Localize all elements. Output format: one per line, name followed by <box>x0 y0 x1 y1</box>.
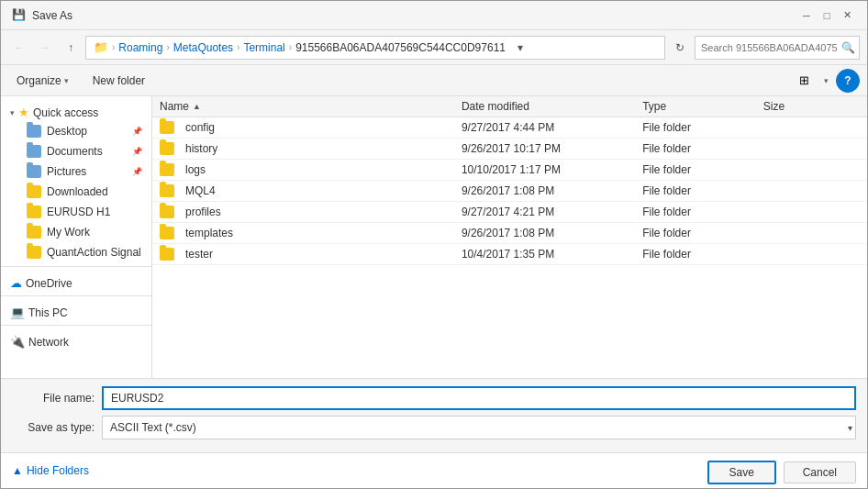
organize-label: Organize <box>17 74 61 87</box>
file-row-name: MQL4 <box>160 184 462 197</box>
col-header-date[interactable]: Date modified <box>462 100 642 113</box>
file-list-header: Name ▲ Date modified Type Size <box>152 96 867 117</box>
table-row[interactable]: history 9/26/2017 10:17 PM File folder <box>152 139 867 160</box>
file-row-type: File folder <box>642 206 763 218</box>
file-row-date: 9/26/2017 1:08 PM <box>462 184 642 197</box>
window-controls: ─ □ ✕ <box>797 6 856 25</box>
sidebar-onedrive[interactable]: ☁ OneDrive <box>1 271 151 292</box>
back-button[interactable]: ← <box>8 37 30 59</box>
organize-button[interactable]: Organize ▾ <box>8 71 77 91</box>
search-icon: 🔍 <box>841 41 855 54</box>
savetype-label: Save as type: <box>12 421 95 434</box>
sidebar-pictures-label: Pictures <box>47 165 86 178</box>
mywork-folder-icon <box>27 226 41 239</box>
breadcrumb-current: 915566BA06ADA407569C544CC0D97611 <box>295 41 506 54</box>
breadcrumb-metaquotes[interactable]: MetaQuotes <box>173 41 233 54</box>
breadcrumb-terminal[interactable]: Terminal <box>243 41 284 54</box>
table-row[interactable]: tester 10/4/2017 1:35 PM File folder <box>152 244 867 265</box>
sidebar: ▾ ★ Quick access Desktop 📌 Documents 📌 P… <box>1 96 152 378</box>
breadcrumb-sep2: › <box>166 42 169 52</box>
file-list-area: Name ▲ Date modified Type Size config 9 <box>152 96 867 378</box>
sidebar-network[interactable]: 🔌 Network <box>1 329 151 350</box>
file-folder-icon <box>160 248 174 261</box>
maximize-button[interactable]: □ <box>818 6 836 25</box>
filename-input[interactable] <box>102 386 856 410</box>
close-button[interactable]: ✕ <box>838 6 856 25</box>
cancel-button[interactable]: Cancel <box>784 461 856 483</box>
desktop-pin-icon: 📌 <box>132 127 142 136</box>
table-row[interactable]: config 9/27/2017 4:44 PM File folder <box>152 117 867 139</box>
forward-button[interactable]: → <box>34 37 56 59</box>
new-folder-label: New folder <box>93 74 145 87</box>
save-button[interactable]: Save <box>707 461 776 484</box>
view-dropdown-arrow: ▾ <box>824 76 829 85</box>
sidebar-thispc[interactable]: 💻 This PC <box>1 300 151 321</box>
filename-label: File name: <box>12 392 95 405</box>
file-name-text: history <box>185 142 217 155</box>
downloaded-folder-icon <box>27 185 41 198</box>
nav-bar: ← → ↑ 📁 › Roaming › MetaQuotes › Termina… <box>1 30 867 65</box>
quick-access-header[interactable]: ▾ ★ Quick access <box>1 100 151 121</box>
breadcrumb-roaming[interactable]: Roaming <box>118 41 162 54</box>
sidebar-item-documents[interactable]: Documents 📌 <box>1 141 151 161</box>
file-name-text: tester <box>185 248 213 261</box>
network-label: Network <box>28 336 69 349</box>
file-row-date: 9/27/2017 4:21 PM <box>462 206 642 218</box>
sidebar-item-downloaded[interactable]: Downloaded <box>1 182 151 202</box>
file-row-name: templates <box>160 227 462 239</box>
documents-pin-icon: 📌 <box>132 147 142 156</box>
filename-row: File name: <box>12 386 856 410</box>
sidebar-item-quantaction[interactable]: QuantAction Signal <box>1 242 151 262</box>
sidebar-item-mywork[interactable]: My Work <box>1 222 151 242</box>
file-name-text: config <box>185 121 215 134</box>
col-header-size[interactable]: Size <box>763 100 860 113</box>
savetype-wrapper: ASCII Text (*.csv) ▾ <box>102 416 856 439</box>
file-name-text: MQL4 <box>185 184 216 197</box>
view-button[interactable]: ⊞ <box>791 69 817 93</box>
desktop-folder-icon <box>27 125 41 138</box>
col-name-label: Name <box>160 100 189 113</box>
search-input[interactable] <box>695 36 860 60</box>
table-row[interactable]: templates 9/26/2017 1:08 PM File folder <box>152 223 867 244</box>
hide-folders-row[interactable]: ▲ Hide Folders <box>12 461 89 481</box>
footer-area: ▲ Hide Folders Save Cancel <box>1 452 867 488</box>
sidebar-eurusd-label: EURUSD H1 <box>47 206 110 218</box>
up-button[interactable]: ↑ <box>60 37 82 59</box>
file-row-date: 9/26/2017 10:17 PM <box>462 142 642 155</box>
quick-access-star-icon: ★ <box>18 106 29 119</box>
sidebar-divider-3 <box>1 325 151 326</box>
savetype-row: Save as type: ASCII Text (*.csv) ▾ <box>12 416 856 439</box>
sidebar-quantaction-label: QuantAction Signal <box>47 246 141 259</box>
file-row-name: logs <box>160 163 462 176</box>
sidebar-item-eurusd[interactable]: EURUSD H1 <box>1 202 151 222</box>
breadcrumb-folder-icon: 📁 <box>94 40 108 54</box>
minimize-button[interactable]: ─ <box>797 6 816 25</box>
file-row-date: 10/4/2017 1:35 PM <box>462 248 642 261</box>
sidebar-documents-label: Documents <box>47 145 103 158</box>
onedrive-icon: ☁ <box>10 276 22 290</box>
sidebar-item-pictures[interactable]: Pictures 📌 <box>1 161 151 182</box>
sidebar-desktop-label: Desktop <box>47 125 87 138</box>
table-row[interactable]: logs 10/10/2017 1:17 PM File folder <box>152 160 867 181</box>
sidebar-divider-1 <box>1 266 151 267</box>
file-row-type: File folder <box>642 248 763 261</box>
file-row-type: File folder <box>642 163 763 176</box>
new-folder-button[interactable]: New folder <box>84 71 153 91</box>
breadcrumb-dropdown[interactable]: ▾ <box>511 39 529 57</box>
table-row[interactable]: MQL4 9/26/2017 1:08 PM File folder <box>152 181 867 202</box>
refresh-button[interactable]: ↻ <box>669 37 691 59</box>
hide-folders-arrow-icon: ▲ <box>12 464 23 477</box>
sidebar-item-desktop[interactable]: Desktop 📌 <box>1 121 151 141</box>
savetype-select[interactable]: ASCII Text (*.csv) <box>102 416 856 439</box>
network-icon: 🔌 <box>10 335 25 349</box>
col-header-type[interactable]: Type <box>642 100 763 113</box>
file-row-name: profiles <box>160 206 462 218</box>
content-area: ▾ ★ Quick access Desktop 📌 Documents 📌 P… <box>1 96 867 378</box>
file-folder-icon <box>160 163 174 176</box>
organize-chevron: ▾ <box>64 76 69 85</box>
file-row-name: config <box>160 121 462 134</box>
table-row[interactable]: profiles 9/27/2017 4:21 PM File folder <box>152 202 867 223</box>
bottom-bar: File name: Save as type: ASCII Text (*.c… <box>1 378 867 452</box>
help-button[interactable]: ? <box>836 69 860 93</box>
col-header-name[interactable]: Name ▲ <box>160 100 462 113</box>
